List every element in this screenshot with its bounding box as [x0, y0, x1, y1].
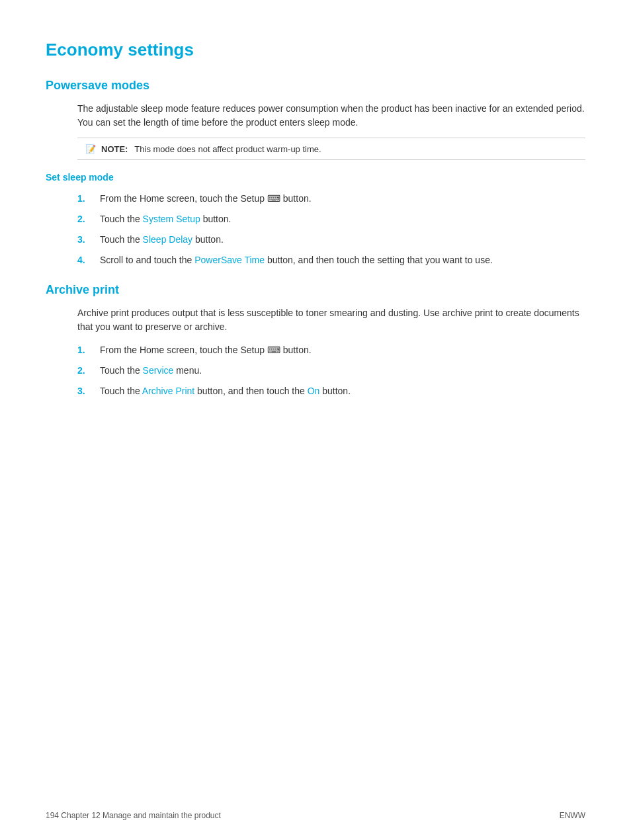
step-text: Scroll to and touch the PowerSave Time b… [100, 253, 493, 267]
footer-right: ENWW [560, 811, 585, 820]
step-number: 3. [77, 233, 89, 247]
archive-body: Archive print produces output that is le… [77, 306, 585, 334]
system-setup-link[interactable]: System Setup [143, 214, 200, 224]
note-box: 📝 NOTE: This mode does not affect produc… [77, 138, 585, 160]
step-text: From the Home screen, touch the Setup ⌨ … [100, 343, 312, 357]
sleep-mode-title: Set sleep mode [46, 172, 585, 183]
note-icon: 📝 [85, 144, 96, 154]
step-number: 4. [77, 253, 89, 267]
step-text: Touch the Service menu. [100, 364, 202, 378]
archive-steps: 1. From the Home screen, touch the Setup… [77, 343, 585, 398]
step-text: Touch the Sleep Delay button. [100, 233, 224, 247]
list-item: 4. Scroll to and touch the PowerSave Tim… [77, 253, 585, 267]
powersave-time-link[interactable]: PowerSave Time [194, 255, 265, 265]
page-footer: 194 Chapter 12 Manage and maintain the p… [0, 811, 631, 820]
powersave-title: Powersave modes [46, 79, 585, 93]
step-text: Touch the System Setup button. [100, 212, 231, 226]
powersave-section: Powersave modes The adjustable sleep mod… [46, 79, 585, 267]
archive-title: Archive print [46, 283, 585, 297]
step-number: 2. [77, 212, 89, 226]
list-item: 2. Touch the System Setup button. [77, 212, 585, 226]
note-label: NOTE: [101, 144, 128, 154]
on-link[interactable]: On [308, 386, 320, 396]
sleep-mode-steps: 1. From the Home screen, touch the Setup… [77, 192, 585, 267]
step-number: 3. [77, 384, 89, 398]
service-link[interactable]: Service [143, 365, 174, 376]
footer-left: 194 Chapter 12 Manage and maintain the p… [46, 811, 221, 820]
list-item: 1. From the Home screen, touch the Setup… [77, 192, 585, 206]
archive-section: Archive print Archive print produces out… [46, 283, 585, 398]
set-sleep-mode-subsection: Set sleep mode 1. From the Home screen, … [46, 172, 585, 267]
archive-print-link[interactable]: Archive Print [142, 386, 194, 396]
step-number: 1. [77, 343, 89, 357]
page-title: Economy settings [46, 40, 585, 60]
step-number: 1. [77, 192, 89, 206]
list-item: 3. Touch the Sleep Delay button. [77, 233, 585, 247]
note-text: This mode does not affect product warm-u… [134, 144, 321, 154]
sleep-delay-link[interactable]: Sleep Delay [143, 234, 193, 245]
step-number: 2. [77, 364, 89, 378]
step-text: From the Home screen, touch the Setup ⌨ … [100, 192, 312, 206]
note-content: NOTE: This mode does not affect product … [101, 144, 321, 154]
page-container: Economy settings Powersave modes The adj… [0, 0, 631, 451]
powersave-body: The adjustable sleep mode feature reduce… [77, 102, 585, 130]
list-item: 2. Touch the Service menu. [77, 364, 585, 378]
step-text: Touch the Archive Print button, and then… [100, 384, 351, 398]
list-item: 3. Touch the Archive Print button, and t… [77, 384, 585, 398]
list-item: 1. From the Home screen, touch the Setup… [77, 343, 585, 357]
